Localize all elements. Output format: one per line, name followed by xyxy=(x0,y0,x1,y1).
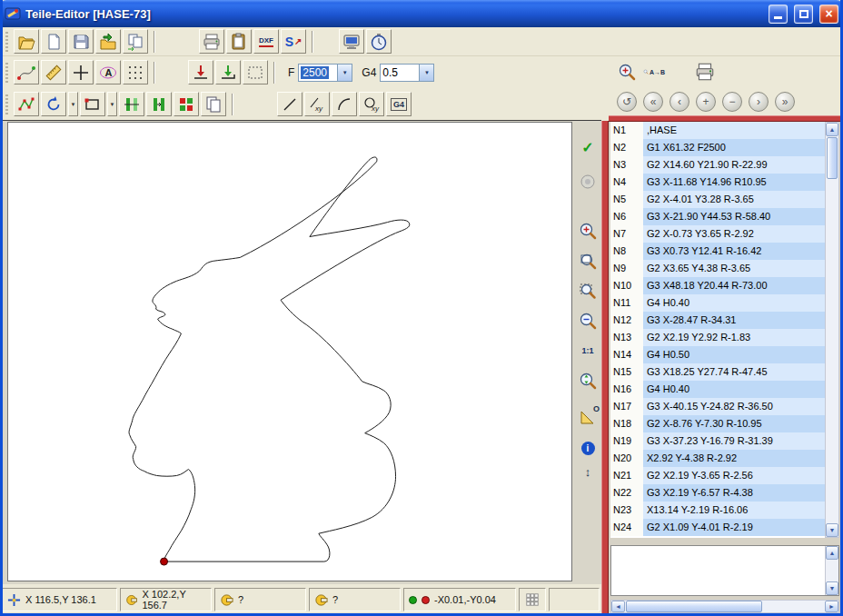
zoom-out-button[interactable] xyxy=(577,310,599,332)
machine-button[interactable] xyxy=(339,29,364,54)
gcode-row[interactable]: N10G3 X48.18 Y20.44 R-73.00 xyxy=(610,277,825,294)
insert-point-button[interactable] xyxy=(188,60,213,84)
toolbar-grip[interactable] xyxy=(5,63,8,83)
nav-button-6[interactable]: › xyxy=(749,92,769,112)
zoom-in-button[interactable] xyxy=(577,220,599,242)
gcode-row[interactable]: N21G2 X2.19 Y-3.65 R-2.56 xyxy=(610,467,825,484)
close-button[interactable]: × xyxy=(819,5,838,24)
gcode-row[interactable]: N8G3 X0.73 Y12.41 R-16.42 xyxy=(610,243,825,260)
scroll-up-button[interactable]: ▲ xyxy=(826,123,838,136)
scrollbar-track[interactable] xyxy=(763,601,825,612)
gcode-row[interactable]: N17G3 X-40.15 Y-24.82 R-36.50 xyxy=(610,398,825,415)
scroll-right-button[interactable]: ► xyxy=(825,601,838,612)
gcode-row[interactable]: N22G3 X2.19 Y-6.57 R-4.38 xyxy=(610,484,825,502)
gcode-row[interactable]: N13G2 X2.19 Y2.92 R-1.83 xyxy=(610,329,825,346)
line-xy-tool-button[interactable]: xy xyxy=(304,92,330,116)
grid-settings-button[interactable] xyxy=(519,588,546,611)
nav-button-2[interactable]: « xyxy=(643,92,663,112)
paste-button[interactable] xyxy=(226,29,252,54)
timer-button[interactable] xyxy=(366,29,392,54)
align-tool-button[interactable] xyxy=(146,92,172,116)
origin-tool-button[interactable]: O xyxy=(577,406,599,428)
feedrate-value[interactable]: 2500 xyxy=(299,65,337,81)
scroll-down-button[interactable]: ▼ xyxy=(826,581,838,595)
gcode-row[interactable]: N3G2 X14.60 Y21.90 R-22.99 xyxy=(610,156,825,174)
message-box[interactable]: ▲ ▼ xyxy=(610,545,839,596)
zoom-1to1-button[interactable]: 1:1 xyxy=(577,340,599,362)
gcode-row[interactable]: N11G4 H0.40 xyxy=(610,294,825,312)
measure-tool-button[interactable] xyxy=(41,60,66,84)
gcode-row[interactable]: N16G4 H0.40 xyxy=(610,381,825,398)
gcode-row[interactable]: N6G3 X-21.90 Y44.53 R-58.40 xyxy=(610,208,825,225)
horizontal-splitter[interactable] xyxy=(609,115,840,122)
spline-button[interactable]: S ↗ xyxy=(281,29,306,54)
maximize-button[interactable] xyxy=(794,5,813,24)
dwell-dropdown-button[interactable]: ▼ xyxy=(419,65,433,81)
gcode-row[interactable]: N14G4 H0.50 xyxy=(610,346,825,363)
snap-point-button[interactable] xyxy=(215,60,241,84)
gcode-row[interactable]: N19G3 X-37.23 Y-16.79 R-31.39 xyxy=(610,432,825,450)
zoom-page-button[interactable] xyxy=(577,250,599,272)
nav-button-5[interactable]: − xyxy=(722,92,742,112)
vertical-splitter[interactable] xyxy=(601,121,609,613)
gcode-row[interactable]: N15G3 X18.25 Y27.74 R-47.45 xyxy=(610,363,825,381)
open-button[interactable] xyxy=(14,29,39,54)
nav-button-3[interactable]: ‹ xyxy=(669,92,689,112)
scrollbar-thumb[interactable] xyxy=(827,137,838,179)
panel-print-button[interactable] xyxy=(694,61,716,83)
toolbar-grip[interactable] xyxy=(5,32,8,52)
mirror-tool-button[interactable] xyxy=(119,92,144,116)
toolbar-grip[interactable] xyxy=(5,94,8,114)
minimize-button[interactable] xyxy=(769,5,788,24)
scroll-left-button[interactable]: ◄ xyxy=(611,601,625,612)
gcode-row[interactable]: N7G2 X-0.73 Y3.65 R-2.92 xyxy=(610,225,825,243)
rotate-dropdown-button[interactable]: ▼ xyxy=(68,92,78,116)
export-button[interactable] xyxy=(123,29,148,54)
array-tool-button[interactable] xyxy=(174,92,199,116)
gcode-row[interactable]: N5G2 X-4.01 Y3.28 R-3.65 xyxy=(610,191,825,208)
save-button[interactable] xyxy=(68,29,94,54)
nav-button-4[interactable]: + xyxy=(696,92,716,112)
new-button[interactable] xyxy=(41,29,66,54)
info-button[interactable]: i xyxy=(577,437,599,459)
rotate-tool-button[interactable] xyxy=(41,92,66,116)
selection-marquee-button[interactable] xyxy=(243,60,268,84)
zoom-range-button[interactable]: A→B xyxy=(643,61,665,83)
gcode-row[interactable]: N20X2.92 Y-4.38 R-2.92 xyxy=(610,450,825,467)
scrollbar-thumb[interactable] xyxy=(626,601,762,612)
zoom-window-button[interactable] xyxy=(577,280,599,302)
feedrate-dropdown-button[interactable]: ▼ xyxy=(337,65,352,81)
titlebar[interactable]: Teile-Editor [HASE-73] × xyxy=(0,0,843,27)
dxf-button[interactable]: DXF xyxy=(253,29,279,54)
gcode-row[interactable]: N9G2 X3.65 Y4.38 R-3.65 xyxy=(610,260,825,277)
gcode-row[interactable]: N18G2 X-8.76 Y-7.30 R-10.95 xyxy=(610,415,825,432)
confirm-button[interactable]: ✓ xyxy=(577,136,599,158)
text-measure-button[interactable]: A xyxy=(95,60,121,84)
panel-zoom-button[interactable] xyxy=(616,61,638,83)
rectangle-tool-button[interactable] xyxy=(80,92,105,116)
start-point-marker[interactable] xyxy=(161,558,168,565)
nav-button-7[interactable]: » xyxy=(775,92,795,112)
dwell-tool-button[interactable]: G4 xyxy=(386,92,412,116)
crosshair-tool-button[interactable] xyxy=(68,60,94,84)
gcode-row[interactable]: N24G2 X1.09 Y-4.01 R-2.19 xyxy=(610,519,825,536)
zoom-dynamic-button[interactable] xyxy=(577,370,599,392)
gcode-row[interactable]: N12G3 X-28.47 R-34.31 xyxy=(610,312,825,329)
scroll-down-button[interactable]: ▼ xyxy=(826,523,838,537)
circle-xy-tool-button[interactable]: xy xyxy=(359,92,384,116)
nav-button-1[interactable]: ↺ xyxy=(617,92,637,112)
gcode-row[interactable]: N2G1 X61.32 F2500 xyxy=(610,139,825,156)
scroll-up-button[interactable]: ▲ xyxy=(826,546,838,560)
duplicate-tool-button[interactable] xyxy=(201,92,226,116)
scrollbar-track[interactable] xyxy=(826,180,838,523)
polyline-tool-button[interactable] xyxy=(14,92,39,116)
line-tool-button[interactable] xyxy=(277,92,302,116)
print-button[interactable] xyxy=(199,29,224,54)
rectangle-dropdown-button[interactable]: ▼ xyxy=(107,92,117,116)
freehand-tool-button[interactable] xyxy=(14,60,39,84)
grid-toggle-button[interactable] xyxy=(123,60,148,84)
vertical-pan-button[interactable]: ↕ xyxy=(577,461,599,482)
gcode-row[interactable]: N1,HASE xyxy=(610,122,825,139)
drawing-canvas[interactable] xyxy=(7,122,572,581)
gcode-row[interactable]: N23X13.14 Y-2.19 R-16.06 xyxy=(610,502,825,519)
